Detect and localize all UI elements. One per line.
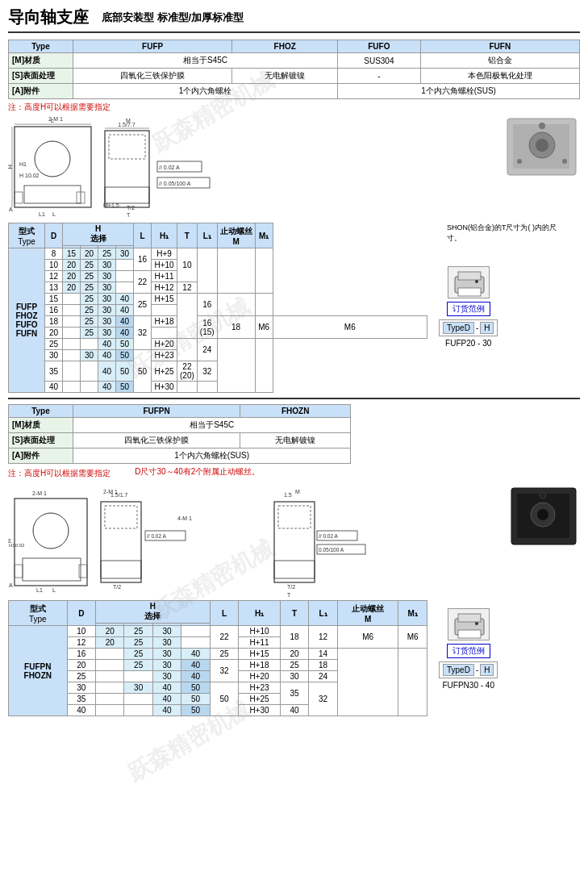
h2-cell: 30 — [152, 660, 181, 671]
d-cell: 25 — [45, 339, 63, 350]
type-d-formula-2: TypeD - H — [439, 661, 498, 678]
svg-rect-2 — [24, 186, 81, 203]
h-cell: 20 — [63, 260, 81, 271]
section2-data-table: 型式Type D H选择 L H₁ T L₁ 止动螺丝M M₁ — [8, 600, 427, 716]
type-fhoz: FHOZ — [232, 40, 338, 53]
accessory-bolt: 1个内六角螺栓 — [73, 84, 338, 99]
svg-text:2-M 1: 2-M 1 — [48, 116, 63, 122]
type-cell-2: FUFPNFHOZN — [9, 626, 68, 716]
svg-point-1 — [35, 141, 70, 177]
h-cell: 30 — [98, 328, 116, 339]
sep1: - — [476, 323, 478, 332]
t2-cell: 20 — [280, 649, 308, 660]
h-cell: 30 — [98, 282, 116, 294]
m-cell — [217, 248, 255, 294]
h-cell: 40 — [116, 305, 134, 316]
t-cell — [177, 382, 198, 393]
svg-rect-41 — [23, 558, 81, 581]
h-cell: 25 — [81, 282, 98, 294]
m-cell — [217, 294, 255, 316]
h2-cell — [124, 671, 152, 682]
type-d-box: TypeD — [443, 322, 474, 334]
d2-cell: 35 — [67, 694, 95, 705]
h12-cell: H+18 — [239, 660, 281, 671]
page-title-main: 导向轴支座 — [8, 6, 89, 28]
h-cell: 40 — [98, 339, 116, 350]
h2-cell: 40 — [181, 649, 210, 660]
surface-iron: 四氧化三铁保护膜 — [73, 69, 232, 84]
section2-product-image — [507, 484, 580, 549]
svg-text:T: T — [287, 592, 291, 597]
section2-info-table: Type FUFPN FHOZN [M]材质 相当于S45C [S]表面处理 四… — [8, 404, 351, 464]
m-cell — [217, 339, 255, 393]
product-image-svg-2 — [507, 484, 580, 549]
svg-text:H: H — [8, 165, 14, 169]
svg-text:// 0.02 A: // 0.02 A — [159, 165, 180, 170]
th-t: T — [177, 223, 198, 248]
th-m: 止动螺丝M — [217, 223, 255, 248]
d-cell: 40 — [45, 382, 63, 393]
svg-rect-0 — [15, 127, 91, 207]
svg-text:2-M 1: 2-M 1 — [32, 490, 47, 496]
h-cell: 15 — [63, 248, 81, 260]
h1-cell: H+30 — [152, 382, 177, 393]
th-h1: H₁ — [152, 223, 177, 248]
h2-cell: 25 — [124, 660, 152, 671]
svg-point-74 — [540, 492, 546, 499]
svg-point-38 — [475, 280, 478, 283]
section2-drawing-area: 2-M 1 H H10.02 L1 L A 1.5/1.7 2-M 1 T/2 … — [8, 484, 580, 597]
l2-cell: 50 — [210, 682, 238, 716]
h2-cell: 50 — [181, 694, 210, 705]
table-row: 18 25 30 40 32 H+18 16(15) 18 M6 M6 — [9, 316, 427, 328]
svg-text:L1: L1 — [36, 587, 43, 593]
d2-cell: 20 — [67, 660, 95, 671]
type-d-formula: TypeD - H — [439, 319, 498, 336]
h12-cell: H+11 — [239, 637, 281, 649]
order-example-value-2: FUFPN30 - 40 — [443, 681, 494, 690]
h-cell: 30 — [98, 294, 116, 305]
svg-text:L1: L1 — [39, 211, 45, 217]
d-cell: 10 — [45, 260, 63, 271]
h-cell — [81, 361, 98, 382]
svg-rect-42 — [15, 565, 23, 578]
section2-data-area: 型式Type D H选择 L H₁ T L₁ 止动螺丝M M₁ — [8, 600, 580, 716]
th2-t: T — [280, 601, 308, 626]
l1-cell: 16 — [197, 294, 217, 316]
shon-note: SHON(铝合金)的T尺寸为( )内的尺寸。 — [447, 223, 568, 244]
l12-cell: 12 — [309, 626, 337, 649]
h-cell — [63, 328, 81, 339]
printer-icon-2 — [448, 608, 490, 640]
material-al: 铝合金 — [420, 53, 579, 69]
h-cell — [63, 305, 81, 316]
h-cell — [116, 271, 134, 282]
h-cell — [63, 350, 81, 361]
accessory-label: [A]附件 — [9, 84, 73, 99]
h-cell: 30 — [116, 248, 134, 260]
h-cell: 25 — [81, 316, 98, 328]
svg-rect-37 — [458, 288, 481, 296]
h-cell: 20 — [81, 248, 98, 260]
svg-point-73 — [537, 509, 548, 520]
m2-cell: M6 — [337, 626, 398, 649]
section2-note: 注：高度H可以根据需要指定 — [8, 466, 111, 481]
d-cell: 15 — [45, 294, 63, 305]
h12-cell: H+15 — [239, 649, 281, 660]
h1-cell: H+15 — [152, 294, 177, 305]
l-cell: 22 — [134, 271, 152, 294]
type-fufn: FUFN — [420, 40, 579, 53]
svg-text:M+1.5: M+1.5 — [103, 202, 119, 208]
d-cell: 35 — [45, 361, 63, 382]
svg-text:A: A — [9, 207, 13, 212]
t2-cell: 25 — [280, 660, 308, 671]
l2-cell: 25 — [210, 649, 238, 660]
l1-cell: 32 — [197, 361, 217, 382]
h2-cell: 40 — [152, 694, 181, 705]
h-cell: 40 — [116, 294, 134, 305]
h-cell: 25 — [81, 294, 98, 305]
h2-cell — [124, 705, 152, 716]
l1-cell — [197, 248, 217, 294]
h1-cell: H+11 — [152, 271, 177, 282]
svg-point-33 — [517, 159, 522, 164]
h-cell — [116, 282, 134, 294]
h2-cell: 50 — [181, 705, 210, 716]
